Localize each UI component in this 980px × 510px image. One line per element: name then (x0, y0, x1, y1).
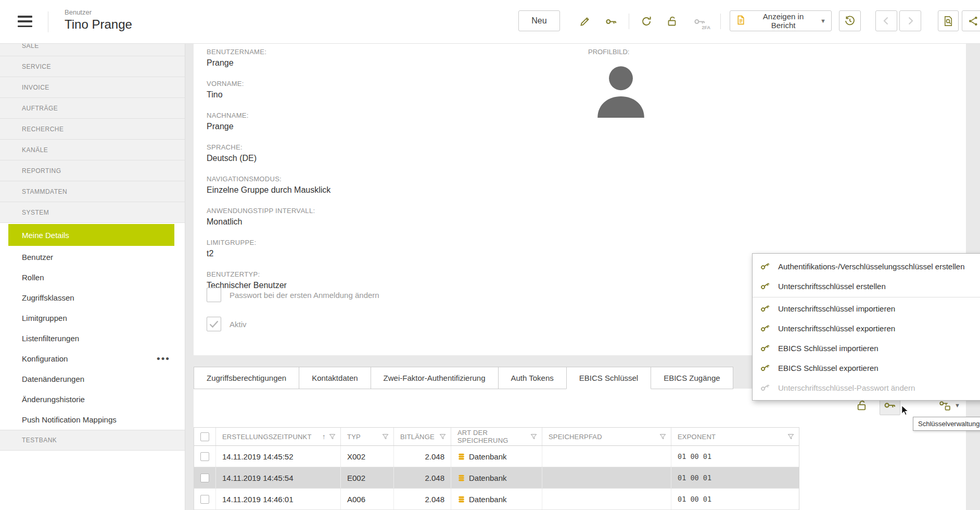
tab-auth-tokens[interactable]: Auth Tokens (498, 367, 567, 389)
cell-select (194, 446, 216, 467)
sidebar-item-aenderungshistorie[interactable]: Änderungshistorie (0, 389, 185, 409)
sidebar-section-auftraege[interactable]: AUFTRÄGE (0, 98, 185, 119)
sidebar-section-recherche[interactable]: RECHERCHE (0, 119, 185, 140)
column-header-exponent[interactable]: EXPONENT (671, 428, 799, 445)
twofa-key-icon-disabled: 2FA (688, 11, 711, 31)
table-row[interactable]: 14.11.2019 14:46:01 A006 2.048 Datenbank… (194, 489, 799, 510)
filter-funnel-icon[interactable] (659, 433, 667, 441)
sidebar-item-datenaenderungen[interactable]: Datenänderungen (0, 369, 185, 389)
twofa-label: 2FA (702, 25, 710, 30)
menu-item-unterschriftsschluessel-exportieren[interactable]: Unterschriftsschlüssel exportieren (753, 318, 980, 338)
chevron-left-button-disabled (875, 10, 897, 31)
report-dropdown-label: Anzeigen in Bericht (751, 12, 816, 30)
column-header-typ[interactable]: TYP (341, 428, 394, 445)
menu-item-label: Authentifikations-/Verschlüsselungsschlü… (778, 262, 965, 271)
table-row-selected[interactable]: 14.11.2019 14:45:54 E002 2.048 Datenbank… (194, 467, 799, 489)
sidebar-item-limitgruppen[interactable]: Limitgruppen (0, 308, 185, 328)
menu-item-label: Unterschriftsschlüssel-Passwort ändern (778, 383, 915, 392)
row-checkbox[interactable] (200, 452, 209, 461)
select-all-checkbox[interactable] (200, 432, 209, 441)
checkbox-label: Passwort bei der ersten Anmeldung ändern (230, 291, 379, 300)
sidebar-item-listenfilterungen[interactable]: Listenfilterungen (0, 328, 185, 349)
sidebar-section-stammdaten[interactable]: STAMMDATEN (0, 181, 185, 202)
key-icon (757, 339, 774, 356)
column-header-art-der-speicherung[interactable]: ART DER SPEICHERUNG (451, 428, 542, 445)
cell-erstellungszeitpunkt: 14.11.2019 14:45:52 (216, 446, 341, 467)
table-row[interactable]: 14.11.2019 14:45:52 X002 2.048 Datenbank… (194, 446, 799, 467)
tab-zwei-faktor-authentifizierung[interactable]: Zwei-Faktor-Authentifizierung (371, 367, 499, 389)
column-header-erstellungszeitpunkt[interactable]: ERSTELLUNGSZEITPUNKT ↑ (216, 428, 341, 445)
tab-ebics-schluessel[interactable]: EBICS Schlüssel (566, 367, 651, 389)
chevron-down-icon: ▼ (820, 18, 826, 24)
tab-zugriffsberechtigungen[interactable]: Zugriffsberechtigungen (194, 367, 299, 389)
more-options-icon[interactable]: ••• (157, 356, 170, 362)
chevron-right-button-disabled (899, 10, 921, 31)
tab-kontaktdaten[interactable]: Kontaktdaten (299, 367, 371, 389)
database-icon (457, 474, 465, 482)
field-label: SPRACHE: (207, 143, 330, 151)
field-sprache: SPRACHE: Deutsch (DE) (207, 143, 330, 163)
column-label: EXPONENT (678, 433, 716, 441)
menu-item-unterschriftsschluessel-erstellen[interactable]: Unterschriftsschlüssel erstellen (753, 276, 980, 296)
ebics-keys-table: ERSTELLUNGSZEITPUNKT ↑ TYP BITLÄNGE ART … (194, 427, 799, 510)
sidebar-item-rollen[interactable]: Rollen (0, 267, 185, 288)
sort-asc-icon[interactable]: ↑ (322, 432, 326, 441)
preview-document-icon-button[interactable] (938, 10, 959, 31)
menu-item-label: EBICS Schlüssel importieren (778, 344, 879, 353)
menu-item-label: EBICS Schlüssel exportieren (778, 364, 879, 372)
field-label: BENUTZERTYP: (207, 270, 330, 278)
sidebar-section-service[interactable]: SERVICE (0, 56, 185, 77)
checkbox-row-passwort: Passwort bei der ersten Anmeldung ändern (207, 288, 379, 302)
sidebar-item-konfiguration[interactable]: Konfiguration ••• (0, 349, 185, 369)
edit-pencil-icon[interactable] (575, 11, 595, 31)
filter-funnel-icon[interactable] (381, 433, 389, 441)
filter-funnel-icon[interactable] (439, 433, 447, 441)
share-icon-button[interactable] (962, 10, 980, 31)
filter-funnel-icon[interactable] (328, 433, 336, 441)
menu-item-ebics-schluessel-exportieren[interactable]: EBICS Schlüssel exportieren (753, 358, 980, 378)
filter-funnel-icon[interactable] (530, 433, 538, 441)
menu-item-label: Unterschriftsschlüssel erstellen (778, 282, 886, 291)
sidebar-section-kanaele[interactable]: KANÄLE (0, 140, 185, 160)
sidebar-section-invoice[interactable]: INVOICE (0, 77, 185, 98)
row-checkbox[interactable] (200, 474, 209, 482)
field-nachname: NACHNAME: Prange (207, 111, 330, 131)
key-icon-button[interactable] (601, 11, 621, 31)
sidebar-section-sale[interactable]: SALE (0, 44, 185, 56)
refresh-icon[interactable] (636, 11, 657, 31)
profile-person-icon (586, 59, 656, 128)
cell-bitlaenge: 2.048 (394, 489, 451, 509)
key-icon (757, 277, 774, 294)
column-label: SPEICHERPFAD (549, 433, 602, 441)
column-header-bitlaenge[interactable]: BITLÄNGE (394, 428, 451, 445)
key-icon (757, 359, 774, 376)
cell-typ: A006 (341, 489, 394, 509)
sidebar-section-system[interactable]: SYSTEM (0, 202, 185, 223)
detail-tabs: Zugriffsberechtigungen Kontaktdaten Zwei… (194, 367, 733, 389)
menu-item-unterschriftsschluessel-passwort-aendern-disabled: Unterschriftsschlüssel-Passwort ändern (753, 378, 980, 397)
hamburger-menu-icon[interactable] (18, 16, 32, 27)
cell-exponent: 01 00 01 (671, 446, 799, 467)
filter-funnel-icon[interactable] (787, 433, 795, 441)
field-value: Deutsch (DE) (207, 154, 330, 163)
sidebar-item-meine-details[interactable]: Meine Details (8, 224, 174, 246)
sidebar-item-push-notification-mappings[interactable]: Push Notification Mappings (0, 409, 185, 430)
sidebar-section-reporting[interactable]: REPORTING (0, 160, 185, 181)
menu-item-unterschriftsschluessel-importieren[interactable]: Unterschriftsschlüssel importieren (753, 298, 980, 318)
row-checkbox[interactable] (200, 495, 209, 504)
sidebar-section-testbank[interactable]: TESTBANK (0, 430, 185, 451)
menu-item-ebics-schluessel-importieren[interactable]: EBICS Schlüssel importieren (753, 338, 980, 358)
sidebar-item-zugriffsklassen[interactable]: Zugriffsklassen (0, 288, 185, 308)
show-in-report-dropdown[interactable]: Anzeigen in Bericht ▼ (730, 10, 832, 31)
new-button[interactable]: Neu (518, 10, 560, 31)
menu-item-label: Unterschriftsschlüssel exportieren (778, 324, 895, 333)
chevron-down-icon: ▼ (954, 402, 960, 408)
sidebar-item-label: Konfiguration (22, 354, 68, 363)
header-select-all (194, 428, 216, 445)
column-header-speicherpfad[interactable]: SPEICHERPFAD (542, 428, 671, 445)
menu-item-auth-verschluesselungsschluessel-erstellen[interactable]: Authentifikations-/Verschlüsselungsschlü… (753, 256, 980, 276)
sidebar-item-benutzer[interactable]: Benutzer (0, 247, 185, 267)
unlock-icon[interactable] (662, 11, 683, 31)
history-icon-button[interactable] (839, 10, 861, 31)
tab-ebics-zugaenge[interactable]: EBICS Zugänge (651, 367, 733, 389)
